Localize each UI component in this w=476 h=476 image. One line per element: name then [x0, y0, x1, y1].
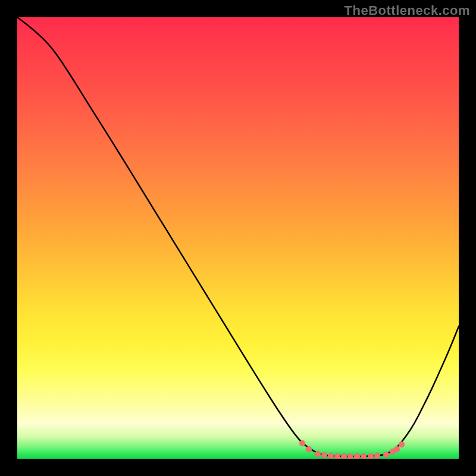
watermark-text: TheBottleneck.com — [345, 3, 470, 18]
data-marker — [394, 446, 400, 452]
data-marker — [361, 453, 367, 459]
data-marker — [328, 453, 334, 459]
data-marker — [347, 453, 353, 459]
data-marker — [383, 452, 389, 458]
gradient-background — [17, 17, 459, 459]
data-marker — [354, 453, 360, 459]
data-marker — [334, 453, 340, 459]
data-marker — [315, 451, 321, 457]
data-marker — [399, 441, 405, 447]
data-marker — [341, 453, 347, 459]
data-marker — [306, 446, 312, 452]
chart-canvas: TheBottleneck.com — [0, 0, 476, 476]
data-marker — [374, 453, 380, 459]
data-marker — [321, 452, 327, 458]
data-marker — [299, 440, 305, 446]
data-marker — [368, 453, 374, 459]
plot-area — [17, 17, 459, 459]
